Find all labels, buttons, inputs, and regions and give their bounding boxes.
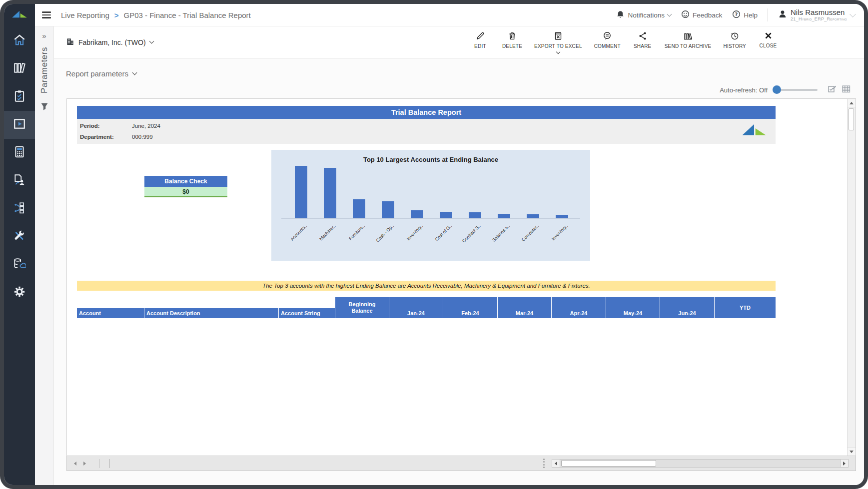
chart-bars xyxy=(286,166,576,218)
help-button[interactable]: ? Help xyxy=(732,10,758,20)
tab-scroll-left-icon[interactable] xyxy=(74,462,76,466)
balance-check-header: Balance Check xyxy=(144,176,227,187)
workflow-nodes-icon xyxy=(13,201,26,216)
chart-x-label: Contract S.. xyxy=(461,223,482,244)
binders-icon xyxy=(13,61,26,76)
comment-bubble-icon xyxy=(603,31,612,41)
company-name: Fabrikam, Inc. (TWO) xyxy=(78,38,146,46)
department-value: 000:999 xyxy=(132,134,153,140)
gear-icon xyxy=(13,285,26,300)
close-button[interactable]: CLOSE xyxy=(758,31,778,53)
sidebar-item-tasks[interactable] xyxy=(4,83,35,111)
auto-refresh-slider[interactable] xyxy=(774,89,818,91)
share-button[interactable]: SHARE xyxy=(633,31,653,53)
chart-x-label: Accounts.. xyxy=(289,223,308,242)
sidebar-item-process[interactable] xyxy=(4,195,35,223)
chart-axis xyxy=(281,218,580,219)
report-play-icon xyxy=(13,117,26,132)
sheet-tab-bar xyxy=(66,456,856,471)
auto-refresh-label: Auto-refresh: Off xyxy=(720,86,768,94)
breadcrumb-separator: > xyxy=(114,11,119,19)
vertical-scroll-thumb[interactable] xyxy=(849,108,854,130)
history-button[interactable]: HISTORY xyxy=(724,31,747,53)
company-selector[interactable]: Fabrikam, Inc. (TWO) xyxy=(66,37,153,47)
chart-x-label: Cost of G.. xyxy=(434,223,453,242)
sidebar-item-home[interactable] xyxy=(4,27,35,55)
comment-button[interactable]: COMMENT xyxy=(594,31,621,53)
column-header-mar-24: Mar-24 xyxy=(498,297,551,318)
clipboard-check-icon xyxy=(13,89,26,104)
delete-button[interactable]: DELETE xyxy=(502,31,522,53)
chart-bar xyxy=(469,212,481,218)
user-menu[interactable]: Nils Rasmussen 21_Hybrid_ERP_Reporting xyxy=(778,8,855,21)
horizontal-scroll-track[interactable] xyxy=(560,459,840,468)
database-cloud-icon xyxy=(13,257,26,272)
chart-bar xyxy=(353,199,365,218)
breadcrumb-live-reporting[interactable]: Live Reporting xyxy=(61,11,109,19)
filter-funnel-icon[interactable] xyxy=(40,102,48,113)
scroll-down-button[interactable] xyxy=(848,447,856,456)
column-header-feb-24: Feb-24 xyxy=(443,297,497,318)
chart-bar xyxy=(382,201,394,218)
report-parameters-toggle[interactable]: Report parameters xyxy=(66,69,136,78)
vertical-scrollbar[interactable] xyxy=(847,99,856,456)
scroll-right-button[interactable] xyxy=(840,459,849,468)
feedback-button[interactable]: Feedback xyxy=(681,10,722,20)
table-header: Account Account Description Account Stri… xyxy=(77,297,776,318)
horizontal-scroll-thumb[interactable] xyxy=(561,460,656,467)
sidebar-item-assignments[interactable] xyxy=(4,167,35,195)
column-header-jun-24: Jun-24 xyxy=(660,297,714,318)
sidebar-item-tools[interactable] xyxy=(4,223,35,251)
trial-balance-table: Account Account Description Account Stri… xyxy=(77,297,776,318)
chart-bar xyxy=(295,166,307,218)
balance-check-value: $0 xyxy=(144,187,227,197)
scroll-left-button[interactable] xyxy=(552,459,560,468)
chevron-down-icon xyxy=(667,11,672,16)
topbar-divider xyxy=(768,8,768,21)
column-header-jan-24: Jan-24 xyxy=(389,297,443,318)
sidebar-item-data-warehouse[interactable] xyxy=(4,251,35,279)
calculator-icon xyxy=(13,145,26,160)
top-accounts-chart: Top 10 Largest Accounts at Ending Balanc… xyxy=(271,150,590,261)
column-header-account: Account xyxy=(77,308,144,318)
history-clock-icon xyxy=(730,31,739,41)
sidebar-item-budgeting[interactable] xyxy=(4,139,35,167)
triangle-right-icon xyxy=(843,462,846,466)
expand-panel-icon[interactable]: » xyxy=(42,31,46,40)
person-icon xyxy=(778,9,787,20)
splitter-handle[interactable] xyxy=(543,459,545,469)
sidebar xyxy=(4,4,35,485)
sidebar-item-settings[interactable] xyxy=(4,279,35,307)
chart-bar xyxy=(411,210,423,218)
chevron-down-icon xyxy=(850,11,856,17)
sheet-tab-nav xyxy=(74,462,86,466)
edit-button[interactable]: EDIT xyxy=(470,31,490,53)
department-label: Department: xyxy=(80,134,132,140)
bell-icon xyxy=(616,10,625,20)
period-value: June, 2024 xyxy=(132,123,160,129)
table-grid-icon[interactable] xyxy=(842,84,851,95)
home-icon xyxy=(13,33,26,48)
export-to-excel-button[interactable]: EXPORT TO EXCEL xyxy=(534,31,582,53)
tools-icon xyxy=(13,229,26,244)
smiley-icon xyxy=(681,10,690,20)
app-window: Live Reporting > GP03 - Finance - Trial … xyxy=(4,4,864,485)
horizontal-scrollbar[interactable] xyxy=(543,459,849,469)
balance-check-widget: Balance Check $0 xyxy=(144,176,227,197)
hamburger-menu-icon[interactable] xyxy=(42,11,51,18)
sidebar-item-archives[interactable] xyxy=(4,55,35,83)
tab-scroll-right-icon[interactable] xyxy=(83,462,86,466)
sidebar-item-live-reporting[interactable] xyxy=(4,111,35,139)
chevron-down-icon xyxy=(149,39,154,44)
building-icon xyxy=(66,37,74,47)
slider-knob[interactable] xyxy=(773,85,781,94)
edit-checkbox-icon[interactable] xyxy=(828,84,837,95)
chart-x-label: Computer.. xyxy=(521,223,540,242)
document-user-icon xyxy=(13,173,26,188)
notifications-button[interactable]: Notifications xyxy=(616,10,671,20)
send-to-archive-button[interactable]: SEND TO ARCHIVE xyxy=(665,31,712,53)
close-icon xyxy=(764,31,773,41)
column-header-ytd: YTD xyxy=(715,297,776,318)
breadcrumb-current-report: GP03 - Finance - Trial Balance Report xyxy=(124,11,251,19)
scroll-up-button[interactable] xyxy=(848,99,856,107)
